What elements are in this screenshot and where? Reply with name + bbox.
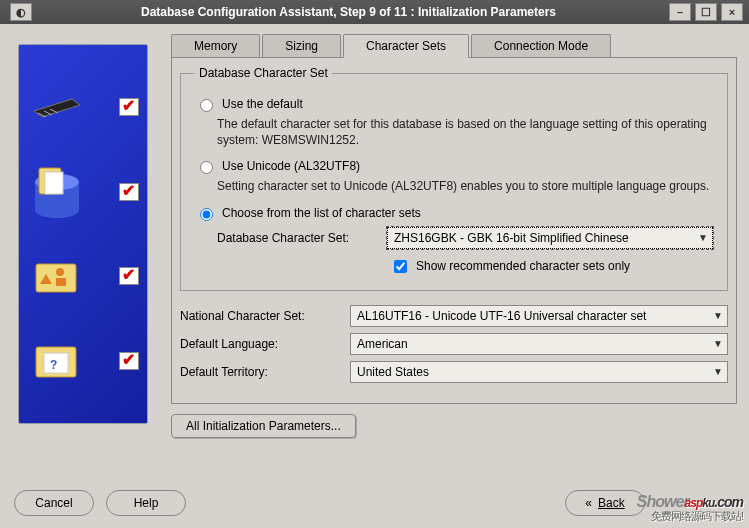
show-recommended-row[interactable]: Show recommended character sets only <box>390 257 713 276</box>
svg-text:?: ? <box>50 358 57 372</box>
watermark: Showeraspku.com 免费网络源码下载站! <box>637 487 743 524</box>
minimize-icon[interactable]: – <box>669 3 691 21</box>
checkmark-icon <box>119 183 139 201</box>
option-use-unicode[interactable]: Use Unicode (AL32UTF8) <box>195 158 713 174</box>
national-charset-label: National Character Set: <box>180 309 350 323</box>
group-legend: Database Character Set <box>195 66 332 80</box>
window-menu-icon[interactable]: ◐ <box>10 3 32 21</box>
wizard-step-4: ? <box>27 336 139 386</box>
main-panel: Memory Sizing Character Sets Connection … <box>165 24 749 478</box>
default-language-select[interactable]: American ▼ <box>350 333 728 355</box>
checkmark-icon <box>119 98 139 116</box>
option-use-default[interactable]: Use the default <box>195 96 713 112</box>
wizard-step-3 <box>27 251 139 301</box>
database-files-icon <box>27 167 87 217</box>
wizard-step-1 <box>27 82 139 132</box>
database-character-set-group: Database Character Set Use the default T… <box>180 66 728 291</box>
radio-use-default[interactable] <box>200 99 213 112</box>
national-charset-value: AL16UTF16 - Unicode UTF-16 Universal cha… <box>357 309 646 323</box>
option-use-unicode-desc: Setting character set to Unicode (AL32UT… <box>217 178 713 194</box>
titlebar: ◐ Database Configuration Assistant, Step… <box>0 0 749 24</box>
tab-memory[interactable]: Memory <box>171 34 260 57</box>
window-title: Database Configuration Assistant, Step 9… <box>32 5 665 19</box>
chevron-down-icon: ▼ <box>713 310 723 321</box>
option-label: Use the default <box>222 97 303 111</box>
show-recommended-label: Show recommended character sets only <box>416 259 630 273</box>
option-use-default-desc: The default character set for this datab… <box>217 116 713 148</box>
help-button[interactable]: Help <box>106 490 186 516</box>
chevron-down-icon: ▼ <box>698 232 708 243</box>
default-territory-select[interactable]: United States ▼ <box>350 361 728 383</box>
show-recommended-checkbox[interactable] <box>394 260 407 273</box>
svg-point-11 <box>56 268 64 276</box>
wizard-steps-panel: ? <box>18 44 148 424</box>
wizard-sidebar: ? <box>0 24 165 478</box>
option-choose-list[interactable]: Choose from the list of character sets <box>195 205 713 221</box>
chip-icon <box>27 82 87 132</box>
tab-character-sets[interactable]: Character Sets <box>343 34 469 58</box>
chevron-left-icon: « <box>585 496 592 510</box>
tab-connection-mode[interactable]: Connection Mode <box>471 34 611 57</box>
wizard-step-2 <box>27 167 139 217</box>
option-label: Choose from the list of character sets <box>222 206 421 220</box>
radio-choose-list[interactable] <box>200 208 213 221</box>
checkmark-icon <box>119 267 139 285</box>
tab-sizing[interactable]: Sizing <box>262 34 341 57</box>
default-language-value: American <box>357 337 408 351</box>
tab-panel: Database Character Set Use the default T… <box>171 57 737 404</box>
chevron-down-icon: ▼ <box>713 338 723 349</box>
svg-rect-12 <box>56 278 66 286</box>
radio-use-unicode[interactable] <box>200 161 213 174</box>
national-charset-select[interactable]: AL16UTF16 - Unicode UTF-16 Universal cha… <box>350 305 728 327</box>
tab-bar: Memory Sizing Character Sets Connection … <box>171 34 737 57</box>
close-icon[interactable]: × <box>721 3 743 21</box>
folder-shapes-icon <box>27 251 87 301</box>
svg-rect-8 <box>45 172 63 194</box>
all-init-params-button[interactable]: All Initialization Parameters... <box>171 414 356 438</box>
chevron-down-icon: ▼ <box>713 366 723 377</box>
cancel-button[interactable]: Cancel <box>14 490 94 516</box>
db-charset-label: Database Character Set: <box>217 231 387 245</box>
db-charset-value: ZHS16GBK - GBK 16-bit Simplified Chinese <box>394 231 629 245</box>
default-territory-label: Default Territory: <box>180 365 350 379</box>
option-label: Use Unicode (AL32UTF8) <box>222 159 360 173</box>
maximize-icon[interactable]: ☐ <box>695 3 717 21</box>
checkmark-icon <box>119 352 139 370</box>
folder-help-icon: ? <box>27 336 87 386</box>
back-button[interactable]: « Back <box>565 490 645 516</box>
default-language-label: Default Language: <box>180 337 350 351</box>
default-territory-value: United States <box>357 365 429 379</box>
db-charset-select[interactable]: ZHS16GBK - GBK 16-bit Simplified Chinese… <box>387 227 713 249</box>
